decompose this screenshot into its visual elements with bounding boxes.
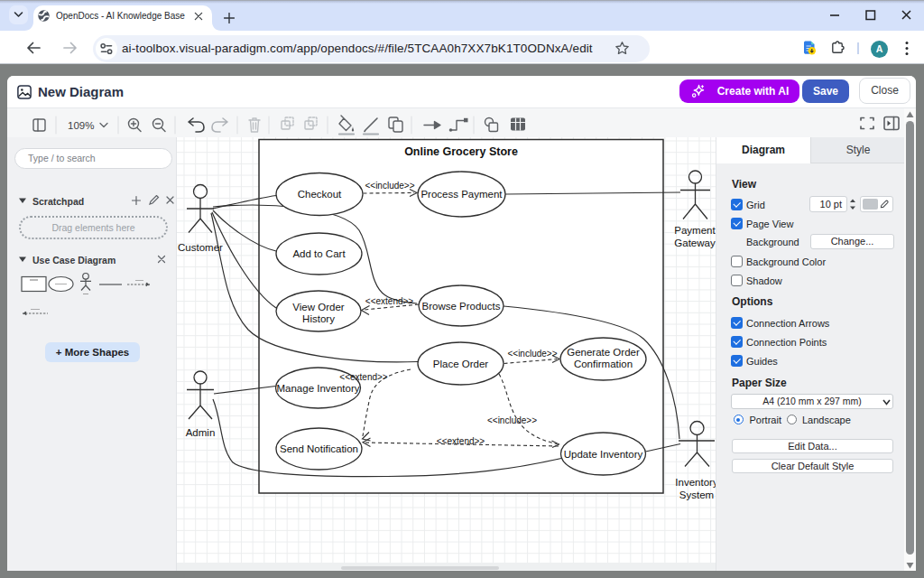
svg-text:History: History (302, 313, 335, 324)
svg-text:Online Grocery Store: Online Grocery Store (404, 145, 518, 158)
svg-text:Browse Products: Browse Products (422, 301, 501, 312)
svg-text:Manage Inventory: Manage Inventory (276, 383, 359, 394)
svg-text:Place Order: Place Order (433, 359, 489, 369)
svg-text:109%: 109% (68, 120, 94, 131)
svg-text:<<include>>: <<include>> (365, 181, 414, 191)
svg-text:Payment: Payment (674, 225, 716, 236)
svg-text:Admin: Admin (186, 427, 216, 438)
svg-text:<<include>>: <<include>> (507, 349, 557, 359)
svg-text:Add to Cart: Add to Cart (292, 248, 346, 259)
svg-text:View Order: View Order (292, 302, 344, 312)
svg-text:Gateway: Gateway (674, 238, 716, 248)
svg-text:<<include>>: <<include>> (487, 415, 537, 425)
svg-text:Checkout: Checkout (298, 189, 342, 200)
svg-text:Customer: Customer (178, 242, 223, 253)
svg-text:<<extend>>: <<extend>> (365, 296, 414, 306)
svg-text:Confirmation: Confirmation (574, 359, 633, 369)
svg-text:Update Inventory: Update Inventory (564, 449, 643, 460)
svg-text:Process Payment: Process Payment (420, 189, 503, 200)
svg-text:<<extend>>: <<extend>> (437, 436, 485, 446)
svg-text:<<extend>>: <<extend>> (339, 372, 388, 382)
svg-text:Inventory: Inventory (675, 477, 716, 488)
svg-text:System: System (679, 489, 714, 500)
svg-text:Send Notification: Send Notification (280, 443, 358, 454)
svg-text:Generate Order: Generate Order (567, 347, 640, 358)
